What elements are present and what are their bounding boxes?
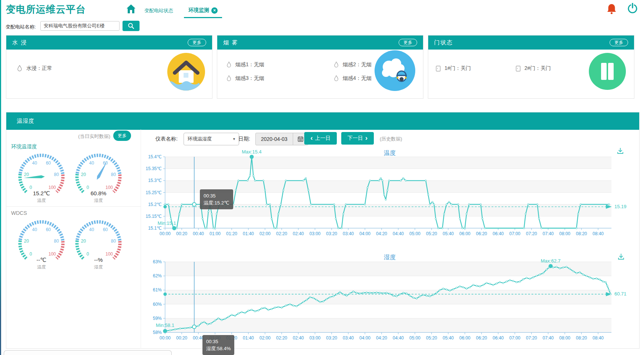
svg-text:40: 40	[32, 227, 37, 232]
water-more-button[interactable]: 更多	[188, 39, 206, 46]
item-value: 无烟	[254, 75, 264, 82]
tab-env-monitor[interactable]: 环境监测 ×	[188, 7, 218, 14]
svg-text:03:20: 03:20	[326, 231, 337, 236]
item-value: 无烟	[361, 75, 372, 82]
svg-text:05:40: 05:40	[443, 231, 454, 236]
svg-text:63%: 63%	[153, 259, 162, 264]
flame-icon	[226, 61, 232, 68]
svg-text:15.2℃: 15.2℃	[148, 202, 162, 207]
svg-text:80: 80	[54, 239, 59, 244]
svg-text:15.4℃: 15.4℃	[148, 154, 162, 159]
card-door-header: 门状态 更多	[428, 36, 634, 50]
bottom-drawer[interactable]	[4, 350, 172, 355]
tab-label: 环境监测	[188, 7, 209, 14]
svg-text:01:40: 01:40	[243, 335, 254, 341]
gauge-humidity-wdcs: 020406080100	[69, 217, 128, 262]
svg-text:40: 40	[89, 227, 94, 232]
svg-text:20: 20	[24, 172, 29, 177]
svg-text:100: 100	[48, 185, 56, 190]
prev-day-button[interactable]: ‹ 上一日	[304, 132, 337, 145]
svg-text:Min:58.1: Min:58.1	[156, 322, 174, 328]
item-label: 烟感4：	[343, 75, 361, 82]
svg-text:03:00: 03:00	[309, 231, 321, 236]
svg-text:60: 60	[46, 227, 51, 232]
date-value: 2020-04-03	[256, 133, 293, 145]
svg-text:08:40: 08:40	[593, 231, 604, 236]
item-label: 水浸：	[26, 65, 42, 72]
svg-text:07:40: 07:40	[543, 335, 554, 341]
tab-substation-status[interactable]: 变配电站状态	[144, 7, 173, 14]
card-smoke: 烟 雾 更多 烟感1： 无烟 烟感2： 无烟 烟感3： 无烟 烟感4： 无烟	[217, 35, 423, 99]
svg-text:04:20: 04:20	[376, 231, 387, 236]
power-icon[interactable]	[627, 3, 638, 14]
date-input[interactable]: 2020-04-03	[255, 133, 308, 145]
item-value: 无烟	[361, 61, 372, 68]
svg-text:00:40: 00:40	[193, 231, 204, 236]
svg-text:00:20: 00:20	[176, 231, 187, 236]
search-button[interactable]	[123, 21, 140, 31]
card-water: 水 浸 更多 水浸： 正常	[6, 35, 212, 99]
svg-text:20: 20	[24, 239, 29, 244]
svg-text:07:20: 07:20	[526, 335, 537, 341]
svg-text:05:20: 05:20	[426, 231, 437, 236]
svg-text:03:40: 03:40	[343, 231, 354, 236]
svg-text:60: 60	[46, 160, 51, 166]
svg-text:08:00: 08:00	[559, 335, 570, 341]
realtime-note: (当日实时数据)	[56, 133, 110, 140]
chevron-right-icon: ›	[365, 134, 368, 142]
tooltip-temp: 00:35 温度:15.2℃	[200, 189, 233, 209]
svg-text:59%: 59%	[153, 316, 162, 321]
svg-text:04:20: 04:20	[376, 335, 387, 341]
smoke-more-button[interactable]: 更多	[399, 39, 417, 46]
door-more-button[interactable]: 更多	[610, 39, 628, 46]
card-title: 门状态	[434, 39, 453, 46]
next-day-button[interactable]: 下一日 ›	[341, 132, 374, 145]
svg-text:20: 20	[81, 239, 86, 244]
svg-text:00:00: 00:00	[160, 335, 171, 341]
date-label: 日期:	[238, 136, 250, 142]
svg-text:08:20: 08:20	[576, 231, 587, 236]
tab-label: 变配电站状态	[144, 8, 173, 13]
svg-text:61%: 61%	[153, 287, 162, 293]
svg-text:02:40: 02:40	[293, 231, 304, 236]
gauges-more-button[interactable]: 更多	[113, 131, 131, 141]
svg-text:01:40: 01:40	[243, 231, 254, 236]
flame-icon	[333, 75, 339, 82]
gauge-unit-label: 湿度	[82, 197, 115, 204]
svg-text:04:40: 04:40	[393, 231, 404, 236]
water-status-item: 水浸： 正常	[17, 65, 52, 72]
active-tab-underline	[184, 17, 222, 18]
next-day-label: 下一日	[348, 135, 363, 142]
svg-text:0: 0	[87, 251, 89, 257]
bell-icon[interactable]	[607, 3, 617, 14]
gauge-temp-wdcs: 020406080100	[12, 217, 71, 262]
meter-select-value: 环境温湿度	[188, 136, 212, 142]
svg-text:80: 80	[54, 172, 59, 177]
home-icon[interactable]	[126, 4, 136, 14]
svg-text:60: 60	[103, 227, 108, 232]
door-icon	[516, 65, 521, 72]
door-badge-icon	[588, 52, 627, 91]
svg-text:02:40: 02:40	[293, 335, 304, 341]
svg-text:08:40: 08:40	[593, 335, 604, 341]
card-title: 烟 雾	[223, 39, 238, 46]
chevron-down-icon: ▼	[232, 137, 236, 141]
door-item-1: 1#门： 关门	[436, 65, 471, 72]
chevron-left-icon: ‹	[311, 134, 313, 142]
search-input[interactable]	[40, 21, 120, 31]
meter-select[interactable]: 环境温湿度 ▼	[184, 133, 239, 145]
gauge-group-label-1: 环境温湿度	[11, 143, 37, 150]
tab-close-icon[interactable]: ×	[211, 7, 218, 14]
svg-text:03:40: 03:40	[343, 335, 354, 341]
svg-text:06:40: 06:40	[493, 335, 504, 341]
svg-text:Max:62.7: Max:62.7	[541, 258, 560, 264]
item-value: 关门	[461, 65, 471, 72]
svg-text:100: 100	[105, 251, 113, 257]
svg-text:01:20: 01:20	[226, 231, 237, 236]
meter-name-label: 仪表名称:	[155, 136, 178, 142]
svg-text:100: 100	[48, 251, 56, 257]
panel-title: 温湿度	[17, 118, 34, 125]
chart-humidity[interactable]: 63%62%61%60%59%58%00:0000:2000:4001:0001…	[141, 244, 639, 348]
tooltip-time: 00:35	[204, 192, 229, 199]
gauge-value: --℃	[25, 257, 58, 263]
